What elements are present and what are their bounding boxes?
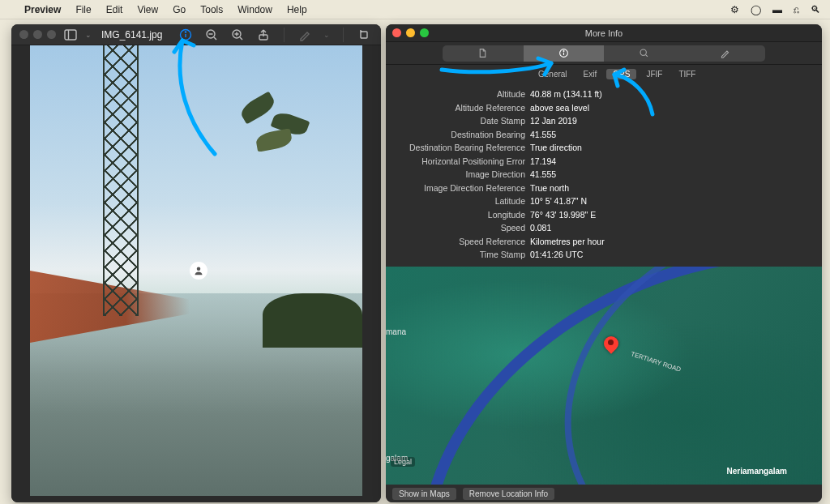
- menu-edit[interactable]: Edit: [106, 4, 123, 15]
- gps-label: Altitude: [386, 89, 530, 99]
- inspector-icon[interactable]: [178, 28, 193, 42]
- info-subtabs: General Exif GPS JFIF TIFF: [386, 65, 822, 83]
- info-tab-segmented: [386, 42, 822, 65]
- tab-search-icon[interactable]: [604, 45, 685, 62]
- more-info-window: More Info General Exif GPS JFIF TIFF Alt…: [386, 24, 822, 502]
- info-segmented-control[interactable]: [443, 45, 765, 62]
- svg-rect-0: [65, 30, 76, 40]
- subtab-tiff[interactable]: TIFF: [672, 69, 702, 79]
- subtab-gps[interactable]: GPS: [606, 69, 636, 79]
- svg-line-9: [240, 37, 242, 40]
- preview-window: ⌄ IMG_6141.jpg ⌄ »: [11, 24, 381, 502]
- svg-rect-13: [361, 32, 367, 38]
- tab-info-icon[interactable]: [524, 45, 605, 62]
- chevron-down-icon[interactable]: ⌄: [323, 31, 330, 39]
- user-icon[interactable]: ◯: [751, 4, 761, 15]
- menu-go[interactable]: Go: [173, 4, 186, 15]
- map-legal-link[interactable]: Legal: [391, 457, 415, 467]
- subtab-jfif[interactable]: JFIF: [640, 69, 669, 79]
- show-in-maps-button[interactable]: Show in Maps: [392, 488, 456, 500]
- system-menubar: Preview File Edit View Go Tools Window H…: [0, 0, 830, 19]
- tab-document-icon[interactable]: [443, 45, 524, 62]
- subtab-general[interactable]: General: [532, 69, 574, 79]
- chevron-down-icon[interactable]: ⌄: [85, 31, 92, 39]
- menu-tools[interactable]: Tools: [200, 4, 223, 15]
- zoom-out-icon[interactable]: [204, 28, 219, 42]
- map-label: Neriamangalam: [726, 467, 786, 476]
- settings-icon[interactable]: ⚙︎: [730, 4, 739, 15]
- menu-help[interactable]: Help: [287, 4, 307, 15]
- zoom-in-icon[interactable]: [230, 28, 245, 42]
- svg-line-21: [646, 55, 648, 57]
- photo-content: [30, 45, 362, 496]
- menu-view[interactable]: View: [137, 4, 158, 15]
- info-titlebar: More Info: [386, 24, 822, 42]
- preview-toolbar: ⌄ IMG_6141.jpg ⌄ »: [11, 24, 381, 45]
- markup-icon[interactable]: [297, 28, 312, 42]
- gps-metadata-table: Altitude40.88 m (134.11 ft) Altitude Ref…: [386, 83, 822, 262]
- battery-icon[interactable]: ▬: [772, 4, 782, 15]
- map-label: mana: [386, 327, 406, 336]
- share-icon[interactable]: [256, 28, 271, 42]
- location-map[interactable]: mana galam Neriamangalam TERTIARY ROAD L…: [386, 267, 822, 485]
- document-title: IMG_6141.jpg: [101, 29, 162, 41]
- traffic-lights[interactable]: [392, 28, 429, 37]
- svg-line-6: [214, 37, 216, 40]
- traffic-lights[interactable]: [19, 30, 56, 39]
- search-icon[interactable]: 🔍︎: [811, 4, 820, 15]
- map-action-bar: Show in Maps Remove Location Info: [386, 485, 822, 502]
- tab-annotate-icon[interactable]: [685, 45, 766, 62]
- menu-file[interactable]: File: [75, 4, 91, 15]
- rotate-icon[interactable]: [357, 28, 371, 42]
- svg-point-19: [563, 50, 564, 51]
- gps-value: 40.88 m (134.11 ft): [530, 89, 602, 99]
- svg-point-4: [186, 31, 186, 32]
- menubar-app-name[interactable]: Preview: [24, 4, 61, 15]
- subtab-exif[interactable]: Exif: [577, 69, 604, 79]
- people-badge-icon[interactable]: [190, 262, 208, 280]
- control-center-icon[interactable]: ⎌: [794, 4, 799, 15]
- svg-point-20: [640, 49, 646, 55]
- remove-location-button[interactable]: Remove Location Info: [463, 488, 554, 500]
- svg-point-16: [197, 267, 201, 271]
- sidebar-toggle-icon[interactable]: [64, 28, 77, 42]
- map-pin-icon[interactable]: [604, 336, 618, 351]
- menu-window[interactable]: Window: [237, 4, 272, 15]
- info-window-title: More Info: [585, 28, 622, 38]
- image-viewport[interactable]: [11, 45, 381, 502]
